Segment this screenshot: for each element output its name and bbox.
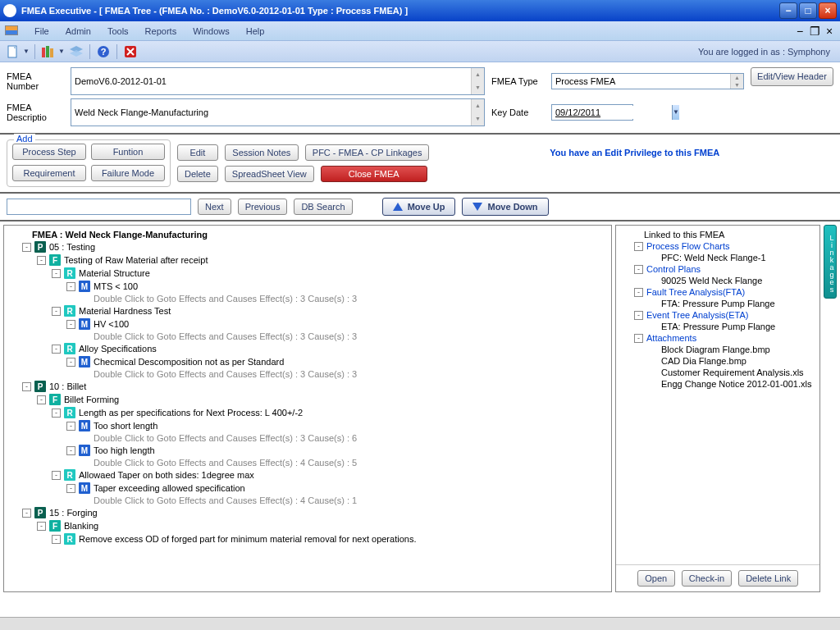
expand-collapse-icon[interactable]: - [66, 422, 75, 431]
tree-node[interactable]: HV <100 [94, 319, 129, 329]
delete-link-button[interactable]: Delete Link [738, 570, 798, 587]
tree-node[interactable]: 05 : Testing [49, 242, 95, 252]
dropdown-arrow-icon[interactable]: ▼ [58, 48, 65, 55]
checkin-button[interactable]: Check-in [682, 570, 732, 587]
requirement-button[interactable]: Requirement [12, 165, 86, 181]
expand-collapse-icon[interactable]: - [66, 484, 75, 493]
search-input[interactable] [7, 199, 191, 215]
link-item[interactable]: FTA: Pressure Pump Flange [661, 299, 775, 308]
expand-collapse-icon[interactable]: - [22, 509, 31, 518]
expand-collapse-icon[interactable]: - [52, 535, 61, 544]
link-item[interactable]: Block Diagram Flange.bmp [661, 345, 770, 354]
link-section[interactable]: Attachments [646, 333, 696, 343]
mdi-close-icon[interactable]: × [824, 25, 835, 38]
link-item[interactable]: ETA: Pressure Pump Flange [661, 322, 775, 331]
menu-reports[interactable]: Reports [137, 23, 185, 39]
expand-collapse-icon[interactable]: - [52, 307, 61, 316]
tree-node[interactable]: Too high length [94, 445, 155, 455]
link-section[interactable]: Process Flow Charts [646, 241, 729, 251]
fmea-type-input[interactable]: ▲▼ [551, 73, 744, 89]
menu-windows[interactable]: Windows [185, 23, 238, 39]
expand-collapse-icon[interactable]: - [22, 382, 31, 391]
tree-node[interactable]: Blanking [64, 521, 98, 531]
link-section[interactable]: Fault Tree Analysis(FTA) [646, 287, 745, 297]
close-fmea-button[interactable]: Close FMEA [321, 166, 427, 182]
tree-node[interactable]: Alloy Specifications [79, 344, 157, 354]
tree-node[interactable]: Taper exceeding allowed specification [94, 483, 245, 493]
tree-node[interactable]: Material Hardness Test [79, 306, 171, 316]
menu-admin[interactable]: Admin [57, 23, 99, 39]
open-button[interactable]: Open [637, 570, 675, 587]
expand-collapse-icon[interactable]: - [37, 256, 46, 265]
expand-collapse-icon[interactable]: - [634, 311, 643, 320]
expand-collapse-icon[interactable]: - [52, 471, 61, 480]
date-dropdown-icon[interactable]: ▼ [672, 105, 679, 120]
tree-node[interactable]: 10 : Billet [49, 381, 86, 391]
expand-collapse-icon[interactable]: - [66, 446, 75, 455]
next-button[interactable]: Next [198, 199, 231, 215]
tree-node[interactable]: MTS < 100 [94, 281, 138, 291]
expand-collapse-icon[interactable]: - [52, 345, 61, 354]
process-step-button[interactable]: Process Step [12, 144, 86, 160]
spin-down-icon[interactable]: ▼ [472, 112, 484, 126]
expand-collapse-icon[interactable]: - [634, 334, 643, 343]
tree-root[interactable]: FMEA : Weld Neck Flange-Manufacturing [32, 230, 208, 240]
spin-down-icon[interactable]: ▼ [731, 81, 743, 89]
expand-collapse-icon[interactable]: - [634, 288, 643, 297]
spin-up-icon[interactable]: ▲ [472, 99, 484, 112]
link-item[interactable]: PFC: Weld Neck Flange-1 [661, 253, 766, 262]
tree-node[interactable]: Double Click to Goto Effects and Causes … [94, 433, 357, 443]
session-notes-button[interactable]: Session Notes [225, 144, 299, 161]
funtion-button[interactable]: Funtion [91, 144, 165, 160]
expand-collapse-icon[interactable]: - [37, 395, 46, 404]
previous-button[interactable]: Previous [238, 199, 288, 215]
pfc-linkages-button[interactable]: PFC - FMEA - CP Linkages [305, 144, 430, 161]
link-item[interactable]: CAD Dia Flange.bmp [661, 356, 746, 366]
fmea-number-input[interactable]: ▲▼ [71, 67, 485, 95]
fmea-tree-panel[interactable]: FMEA : Weld Neck Flange-Manufacturing -P… [3, 225, 612, 592]
delete-button[interactable]: Delete [177, 166, 218, 182]
menu-help[interactable]: Help [238, 23, 273, 39]
tree-node[interactable]: Billet Forming [64, 395, 119, 404]
spin-up-icon[interactable]: ▲ [731, 74, 743, 81]
tree-node[interactable]: Testing of Raw Material after receipt [64, 255, 208, 265]
tree-node[interactable]: Double Click to Goto Effects and Causes … [94, 331, 357, 341]
edit-view-header-button[interactable]: Edit/View Header [751, 67, 833, 86]
linkages-tab[interactable]: Linkages [824, 225, 837, 299]
expand-collapse-icon[interactable]: - [66, 282, 75, 291]
db-search-button[interactable]: DB Search [294, 199, 352, 215]
failure-mode-button[interactable]: Failure Mode [91, 165, 165, 181]
expand-collapse-icon[interactable]: - [66, 358, 75, 367]
link-section[interactable]: Control Plans [646, 264, 701, 274]
expand-collapse-icon[interactable]: - [634, 242, 643, 251]
layers-icon[interactable] [68, 43, 84, 60]
mdi-restore-icon[interactable]: ❐ [809, 25, 820, 38]
move-up-button[interactable]: Move Up [382, 198, 456, 216]
link-item[interactable]: Engg Change Notice 2012-01-001.xls [661, 379, 811, 389]
key-date-input[interactable]: ▼ [551, 104, 633, 121]
close-button[interactable]: × [819, 2, 837, 19]
expand-collapse-icon[interactable]: - [37, 522, 46, 531]
link-section[interactable]: Event Tree Analysis(ETA) [646, 310, 749, 320]
edit-button[interactable]: Edit [177, 144, 218, 161]
tree-node[interactable]: Remove excess OD of forged part for mini… [79, 534, 416, 544]
expand-collapse-icon[interactable]: - [22, 243, 31, 252]
tree-node[interactable]: Double Click to Goto Effects and Causes … [94, 294, 357, 304]
menu-tools[interactable]: Tools [99, 23, 137, 39]
library-icon[interactable] [40, 43, 57, 60]
help-icon[interactable]: ? [95, 43, 112, 60]
spin-up-icon[interactable]: ▲ [472, 68, 484, 81]
tree-node[interactable]: Allowaed Taper on both sides: 1degree ma… [79, 470, 254, 480]
tree-node[interactable]: Double Click to Goto Effects and Causes … [94, 495, 357, 505]
tree-node[interactable]: Double Click to Goto Effects and Causes … [94, 458, 357, 468]
tree-node[interactable]: Checmical Descomposition not as per Stan… [94, 357, 284, 367]
spin-down-icon[interactable]: ▼ [472, 81, 484, 94]
maximize-button[interactable]: □ [799, 2, 817, 19]
cancel-icon[interactable] [122, 43, 139, 60]
dropdown-arrow-icon[interactable]: ▼ [23, 48, 30, 55]
expand-collapse-icon[interactable]: - [66, 320, 75, 329]
fmea-descriptio-input[interactable]: ▲▼ [71, 98, 485, 126]
link-item[interactable]: Customer Requirement Analysis.xls [661, 368, 804, 377]
expand-collapse-icon[interactable]: - [52, 269, 61, 278]
tree-node[interactable]: 15 : Forging [49, 508, 98, 518]
